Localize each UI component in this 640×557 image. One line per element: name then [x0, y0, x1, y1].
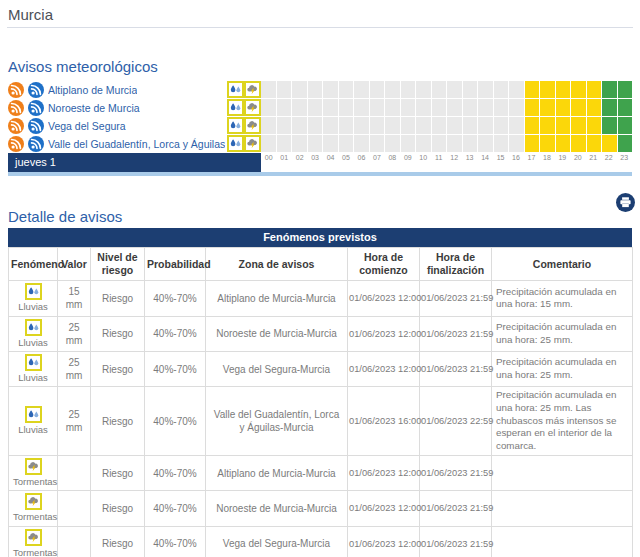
storm-warning-icon [25, 458, 42, 475]
table-row: TormentasRiesgo40%-70%Noroeste de Murcia… [9, 491, 633, 526]
rss-blue-button[interactable] [28, 118, 44, 134]
cell-zona: Noroeste de Murcia-Murcia [206, 316, 348, 351]
timeline-cell [525, 99, 540, 116]
warning-zone-row: Valle del Guadalentín, Lorca y Águilas [8, 135, 632, 152]
column-header: Fenómeno [9, 248, 58, 281]
timeline-grid [261, 117, 632, 134]
cell-hora-fin: 01/06/2023 22:59 [420, 387, 492, 456]
print-button[interactable] [616, 193, 635, 212]
cell-comentario [492, 491, 633, 526]
rss-orange-button[interactable] [8, 100, 24, 116]
cell-hora-comienzo: 01/06/2023 12:00 [348, 316, 420, 351]
rss-icon [28, 100, 44, 116]
cell-valor: 25 mm [58, 387, 91, 456]
cell-zona: Noroeste de Murcia-Murcia [206, 491, 348, 526]
cell-nivel-riesgo: Riesgo [91, 387, 145, 456]
hour-label: 21 [586, 154, 601, 161]
rss-blue-button[interactable] [28, 136, 44, 152]
timeline-cell [354, 135, 369, 152]
table-row: Lluvias25 mmRiesgo40%-70%Vega del Segura… [9, 351, 633, 386]
rain-warning-icon [25, 406, 42, 423]
rss-blue-button[interactable] [28, 82, 44, 98]
cell-nivel-riesgo: Riesgo [91, 491, 145, 526]
rss-orange-button[interactable] [8, 118, 24, 134]
cell-fenomeno: Lluvias [9, 387, 58, 456]
zone-link[interactable]: Vega del Segura [48, 120, 126, 132]
storm-icon [27, 461, 40, 472]
zone-link[interactable]: Noroeste de Murcia [48, 102, 140, 114]
timeline-cell [571, 99, 586, 116]
timeline-cell [556, 99, 571, 116]
timeline-cell [308, 99, 323, 116]
cell-zona: Vega del Segura-Murcia [206, 351, 348, 386]
zone-link[interactable]: Altiplano de Murcia [48, 84, 137, 96]
fenomeno-label: Tormentas [13, 547, 53, 557]
rain-icon [229, 120, 242, 131]
timeline-bottom-strip [8, 172, 632, 176]
fenomeno-label: Tormentas [13, 476, 53, 488]
cell-nivel-riesgo: Riesgo [91, 526, 145, 557]
cell-valor [58, 526, 91, 557]
cell-probabilidad: 40%-70% [145, 455, 206, 490]
rss-blue-button[interactable] [28, 100, 44, 116]
timeline-grid [261, 81, 632, 98]
storm-icon [27, 496, 40, 507]
cell-valor: 15 mm [58, 281, 91, 316]
timeline-cell [370, 135, 385, 152]
rain-warning-icon [25, 354, 42, 371]
timeline-cell [261, 117, 276, 134]
rss-icon [28, 136, 44, 152]
timeline-cell [277, 117, 292, 134]
rain-icon [229, 102, 242, 113]
timeline-cell [525, 135, 540, 152]
timeline-cell [556, 117, 571, 134]
timeline-footer: jueves 1 0001020304050607080910111213141… [8, 153, 632, 172]
timeline-cell [525, 117, 540, 134]
timeline-cell [354, 81, 369, 98]
zone-labels: Noroeste de Murcia [8, 99, 227, 116]
rss-orange-button[interactable] [8, 136, 24, 152]
zone-labels: Valle del Guadalentín, Lorca y Águilas [8, 135, 227, 152]
rss-orange-button[interactable] [8, 82, 24, 98]
timeline-cell [618, 99, 633, 116]
hour-label: 20 [570, 154, 585, 161]
timeline-cell [509, 135, 524, 152]
timeline-cell [323, 81, 338, 98]
hour-label: 15 [493, 154, 508, 161]
timeline-cell [618, 135, 633, 152]
timeline-cell [540, 117, 555, 134]
timeline-cell [587, 135, 602, 152]
hour-label: 05 [338, 154, 353, 161]
rain-icon [27, 409, 40, 420]
rss-icon [8, 82, 24, 98]
timeline-cell [416, 99, 431, 116]
column-header: Probabilidad [145, 248, 206, 281]
rss-icon [28, 82, 44, 98]
timeline-cell [556, 81, 571, 98]
cell-valor [58, 491, 91, 526]
timeline-cell [370, 99, 385, 116]
timeline-cell [463, 135, 478, 152]
cell-hora-comienzo: 01/06/2023 12:00 [348, 455, 420, 490]
warning-zone-row: Noroeste de Murcia [8, 99, 632, 116]
hour-label: 10 [416, 154, 431, 161]
cell-nivel-riesgo: Riesgo [91, 281, 145, 316]
timeline-cell [385, 99, 400, 116]
storm-warning-icon [244, 81, 261, 98]
timeline-cell [432, 99, 447, 116]
rss-icon [8, 118, 24, 134]
warnings-timeline: Altiplano de MurciaNoroeste de MurciaVeg… [8, 81, 632, 153]
cell-hora-fin: 01/06/2023 21:59 [420, 281, 492, 316]
timeline-cell [354, 99, 369, 116]
storm-warning-icon [244, 117, 261, 134]
zone-link[interactable]: Valle del Guadalentín, Lorca y Águilas [48, 138, 225, 150]
hour-label: 02 [292, 154, 307, 161]
hour-label: 14 [477, 154, 492, 161]
column-header: Comentario [492, 248, 633, 281]
rain-icon [229, 84, 242, 95]
timeline-cell [432, 117, 447, 134]
cell-fenomeno: Lluvias [9, 281, 58, 316]
rss-icon [8, 136, 24, 152]
timeline-cell [308, 81, 323, 98]
rain-warning-icon [227, 135, 244, 152]
